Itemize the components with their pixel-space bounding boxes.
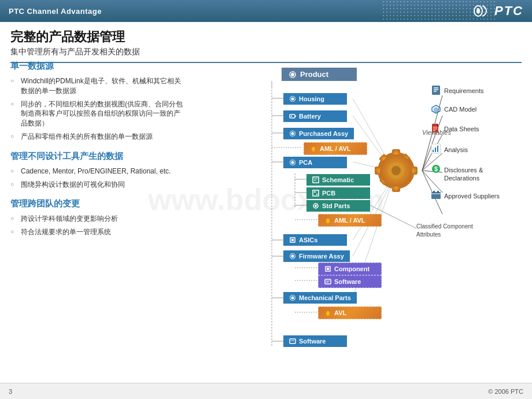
firmware-assy-box: Firmware Assy xyxy=(283,250,350,262)
product-label: Product xyxy=(300,70,328,79)
page-number: 3 xyxy=(9,388,12,395)
battery-box: Battery xyxy=(283,110,347,122)
cad-model-icon xyxy=(431,104,441,117)
cad-model-label: CAD Model xyxy=(444,106,476,113)
svg-point-60 xyxy=(291,255,294,258)
svg-text:$: $ xyxy=(434,165,438,172)
component-icon xyxy=(324,265,331,272)
svg-point-46 xyxy=(291,161,294,164)
requirements-icon xyxy=(431,85,441,98)
svg-rect-97 xyxy=(435,147,436,152)
svg-rect-51 xyxy=(313,190,319,196)
footer: 3 © 2006 PTC xyxy=(0,383,532,399)
central-gear xyxy=(370,145,422,197)
svg-rect-41 xyxy=(291,116,292,117)
bullet-list-2: Cadence, Mentor, Pro/ENGINEER, Rational,… xyxy=(10,167,184,190)
svg-point-56 xyxy=(315,205,317,207)
svg-point-57 xyxy=(326,219,330,223)
bullet-item: Cadence, Mentor, Pro/ENGINEER, Rational,… xyxy=(10,167,184,176)
svg-rect-103 xyxy=(433,191,435,193)
mechanical-parts-box: Mechanical Parts xyxy=(283,292,357,304)
disclosures-icon: $ xyxy=(431,164,441,176)
svg-point-83 xyxy=(391,166,401,175)
ptc-logo-text: PTC xyxy=(494,3,523,19)
gear-icon xyxy=(289,113,296,120)
requirements-label: Requirements xyxy=(444,87,483,94)
avl-box: AVL xyxy=(318,306,382,319)
section-heading-1: 单一数据源 xyxy=(10,61,184,72)
svg-rect-70 xyxy=(290,339,295,343)
aml-avl-box-2: AML / AVL xyxy=(318,214,382,227)
classified-attributes-label: Classified ComponentAttributes xyxy=(416,223,473,239)
schematic-box: Schematic xyxy=(306,174,370,186)
diagram-svg xyxy=(220,32,526,379)
component-box: Component xyxy=(318,263,382,275)
data-sheets-icon xyxy=(431,123,441,136)
bullet-list-1: Windchill的PDMLink是电子、软件、机械和其它相关数据的单一数据源 … xyxy=(10,76,184,142)
firmware-icon xyxy=(289,253,296,260)
dot-pattern-decoration xyxy=(382,0,497,22)
svg-point-45 xyxy=(312,149,315,152)
chip-icon xyxy=(289,237,296,243)
std-parts-box: Std Parts xyxy=(306,200,370,212)
mechanical-icon xyxy=(289,294,296,301)
software-bottom-icon xyxy=(289,338,296,345)
gear-icon xyxy=(289,95,296,102)
copyright: © 2006 PTC xyxy=(488,388,523,395)
pcb-icon xyxy=(312,190,319,197)
data-sheets-label: Data Sheets xyxy=(444,125,479,132)
bullet-item: 围绕异构设计数据的可视化和协同 xyxy=(10,180,184,190)
svg-rect-84 xyxy=(432,86,440,95)
header: PTC Channel Advantage PTC xyxy=(0,0,532,22)
svg-rect-96 xyxy=(433,150,434,152)
svg-point-35 xyxy=(291,73,294,76)
left-panel: 单一数据源 Windchill的PDMLink是电子、软件、机械和其它相关数据的… xyxy=(10,61,184,246)
pca-box: PCA xyxy=(283,157,347,168)
schematic-icon xyxy=(312,176,319,183)
bullet-item: 同步的，不同组织相关的数据视图(供应商、合同分包制造商和客户可以按照各自组织的权… xyxy=(10,99,184,128)
avl-icon xyxy=(324,309,331,316)
svg-rect-101 xyxy=(431,192,441,199)
section-heading-3: 管理跨团队的变更 xyxy=(10,198,184,209)
section-heading-2: 管理不同设计工具产生的数据 xyxy=(10,151,184,162)
svg-marker-89 xyxy=(434,107,438,113)
approved-suppliers-icon xyxy=(431,190,441,202)
housing-box: Housing xyxy=(283,93,347,105)
gear-icon xyxy=(289,71,297,79)
svg-point-42 xyxy=(291,132,294,135)
svg-rect-63 xyxy=(327,268,329,270)
gear-icon xyxy=(289,130,296,137)
pcb-box: PCB xyxy=(306,187,370,199)
svg-rect-59 xyxy=(291,239,294,241)
analysis-icon xyxy=(431,143,441,156)
svg-point-37 xyxy=(291,98,294,101)
svg-rect-53 xyxy=(316,194,317,195)
asics-box: ASICs xyxy=(283,234,347,246)
svg-rect-104 xyxy=(437,191,439,193)
svg-rect-48 xyxy=(313,177,319,183)
purchased-assy-box: Purchased Assy xyxy=(283,128,354,139)
software-bottom-box: Software xyxy=(283,335,347,347)
header-title: PTC Channel Advantage xyxy=(9,7,102,16)
svg-rect-52 xyxy=(314,191,315,193)
bullet-item: 产品和零组件相关的所有数据的单一数据源 xyxy=(10,132,184,142)
approved-suppliers-label: Approved Suppliers xyxy=(444,193,500,200)
bullet-item: 跨设计学科领域的变更影响分析 xyxy=(10,214,184,224)
svg-rect-98 xyxy=(437,146,438,152)
gear-icon xyxy=(289,159,296,166)
bullet-item: Windchill的PDMLink是电子、软件、机械和其它相关数据的单一数据源 xyxy=(10,76,184,96)
aml-avl-box-1: AML / AVL xyxy=(304,142,367,155)
product-box: Product xyxy=(282,68,357,81)
flame-icon xyxy=(310,145,317,152)
analysis-label: Analysis xyxy=(444,146,468,153)
diagram: Product Housing Battery Purchased Assy A… xyxy=(220,32,526,379)
svg-point-67 xyxy=(291,297,294,300)
bullet-item: 符合法规要求的单一管理系统 xyxy=(10,227,184,237)
svg-point-69 xyxy=(326,311,330,316)
bullet-list-3: 跨设计学科领域的变更影响分析 符合法规要求的单一管理系统 xyxy=(10,214,184,237)
svg-rect-39 xyxy=(290,114,295,118)
svg-rect-40 xyxy=(295,116,296,117)
disclosures-label: Disclosures &Declarations xyxy=(444,166,483,183)
svg-rect-64 xyxy=(325,279,331,284)
parts-icon xyxy=(312,202,319,209)
